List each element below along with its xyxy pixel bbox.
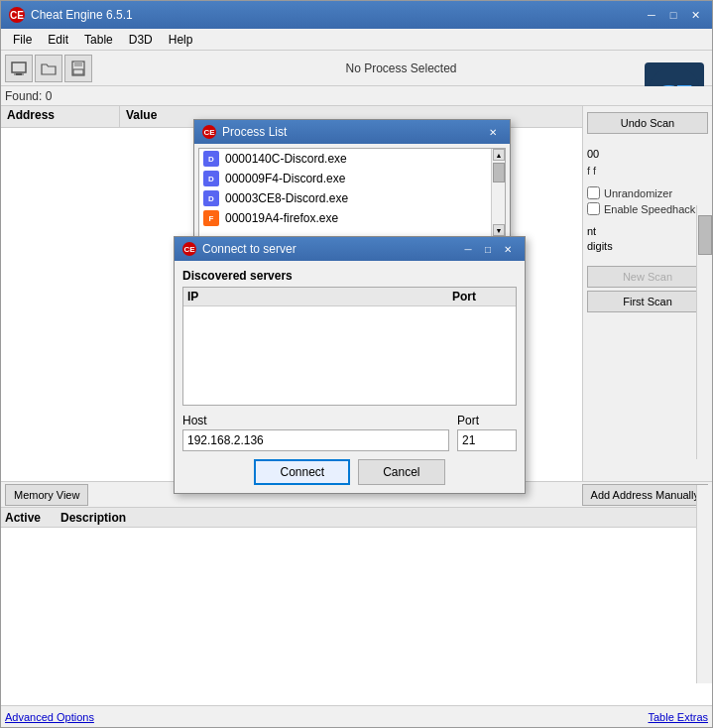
process-list-item[interactable]: D 000009F4-Discord.exe [199, 169, 505, 188]
status-bar: Advanced Options Table Extras [1, 705, 712, 727]
process-item-2: 000009F4-Discord.exe [225, 172, 345, 185]
advanced-options-link[interactable]: Advanced Options [5, 711, 94, 723]
connect-dialog-maximize[interactable]: □ [479, 241, 497, 257]
connect-dialog-close[interactable]: ✕ [499, 241, 517, 257]
discord-icon-2: D [203, 171, 219, 186]
right-controls: Undo Scan 00 f f Unrandomizer Enable Spe… [583, 106, 712, 481]
process-label: No Process Selected [94, 61, 708, 75]
process-list-item[interactable]: D 00003CE8-Discord.exe [199, 188, 505, 208]
connect-dialog-content: Discovered servers IP Port Host Port Con… [175, 261, 525, 493]
lower-right-scrollbar [696, 485, 712, 683]
title-controls: ─ □ ✕ [643, 7, 704, 23]
menu-edit[interactable]: Edit [40, 31, 76, 49]
svg-rect-0 [12, 62, 26, 72]
server-table-header: IP Port [183, 288, 516, 306]
process-dialog-title-left: CE Process List [202, 125, 287, 139]
value-header: Value [120, 106, 163, 127]
process-item-1: 0000140C-Discord.exe [225, 152, 347, 166]
save-button[interactable] [64, 55, 92, 82]
connect-buttons: Connect Cancel [182, 459, 517, 485]
scroll-down-btn[interactable]: ▼ [493, 224, 505, 236]
port-field: Port [457, 414, 517, 451]
port-column-header: Port [452, 290, 512, 303]
svg-rect-5 [73, 69, 83, 74]
firefox-icon: F [203, 210, 219, 226]
open-process-button[interactable] [5, 55, 33, 82]
process-list-item[interactable]: D 0000140C-Discord.exe [199, 149, 505, 169]
undo-scan-button[interactable]: Undo Scan [587, 112, 708, 134]
lower-content [1, 528, 712, 705]
connect-button[interactable]: Connect [254, 459, 350, 485]
title-bar-left: CE Cheat Engine 6.5.1 [9, 7, 133, 23]
connect-dialog-title-text: Connect to server [202, 242, 297, 256]
connect-dialog: CE Connect to server ─ □ ✕ Discovered se… [174, 236, 526, 494]
ff-display: f f [587, 165, 708, 177]
process-list-item[interactable]: F 000019A4-firefox.exe [199, 208, 505, 228]
close-button[interactable]: ✕ [686, 7, 704, 23]
scroll-up-btn[interactable]: ▲ [493, 149, 505, 161]
server-table: IP Port [182, 287, 517, 406]
speedhack-checkbox[interactable] [587, 202, 600, 215]
host-input[interactable] [182, 429, 449, 451]
connect-dialog-minimize[interactable]: ─ [459, 241, 477, 257]
scan-value-row: 00 [587, 148, 708, 160]
process-list-scrollbar: ▲ ▼ [491, 149, 505, 236]
save-icon [70, 61, 86, 76]
found-bar: Found: 0 [1, 86, 712, 106]
app-icon: CE [9, 7, 25, 23]
svg-rect-4 [74, 61, 82, 66]
connect-dialog-title-bar: CE Connect to server ─ □ ✕ [175, 237, 525, 261]
folder-icon [41, 61, 57, 76]
title-bar: CE Cheat Engine 6.5.1 ─ □ ✕ [1, 1, 712, 29]
discord-icon-1: D [203, 151, 219, 167]
description-header: Description [60, 511, 126, 525]
address-header: Address [1, 106, 120, 127]
process-item-3: 00003CE8-Discord.exe [225, 191, 348, 205]
menu-bar: File Edit Table D3D Help [1, 29, 712, 51]
host-label: Host [182, 414, 449, 427]
unrandomizer-row: Unrandomizer [587, 186, 708, 199]
table-extras-link[interactable]: Table Extras [648, 711, 708, 723]
connect-dialog-title-left: CE Connect to server [182, 242, 297, 256]
host-field: Host [182, 414, 449, 451]
maximize-button[interactable]: □ [664, 7, 682, 23]
menu-help[interactable]: Help [161, 31, 201, 49]
first-scan-button[interactable]: First Scan [587, 291, 708, 312]
right-scrollbar [696, 205, 712, 459]
unrandomizer-checkbox[interactable] [587, 186, 600, 199]
menu-d3d[interactable]: D3D [121, 31, 161, 49]
add-address-button[interactable]: Add Address Manually [582, 484, 708, 506]
scrollbar-thumb[interactable] [493, 163, 505, 182]
lower-header: Active Description [1, 508, 712, 528]
port-label: Port [457, 414, 517, 427]
process-dialog-close[interactable]: ✕ [484, 124, 502, 140]
app-title: Cheat Engine 6.5.1 [31, 8, 133, 22]
speedhack-row: Enable Speedhack [587, 202, 708, 215]
process-dialog-title-bar: CE Process List ✕ [194, 120, 510, 144]
open-file-button[interactable] [35, 55, 62, 82]
process-list-box[interactable]: D 0000140C-Discord.exe D 000009F4-Discor… [198, 148, 506, 237]
active-header: Active [5, 511, 41, 525]
digits-label: digits [587, 240, 708, 252]
minimize-button[interactable]: ─ [643, 7, 660, 23]
connect-dialog-icon: CE [182, 242, 196, 256]
menu-table[interactable]: Table [76, 31, 121, 49]
discord-icon-3: D [203, 190, 219, 206]
port-input[interactable] [457, 429, 517, 451]
menu-file[interactable]: File [5, 31, 40, 49]
value-display: 00 [587, 148, 599, 160]
discovered-servers-label: Discovered servers [182, 269, 517, 283]
computer-icon [11, 61, 27, 76]
connect-dialog-controls: ─ □ ✕ [459, 241, 517, 257]
right-scrollbar-thumb[interactable] [698, 215, 712, 255]
memory-view-button[interactable]: Memory View [5, 484, 88, 506]
speedhack-label: Enable Speedhack [604, 203, 695, 215]
lower-panel: Active Description [1, 507, 712, 705]
process-dialog-title-text: Process List [222, 125, 287, 139]
unrandomizer-label: Unrandomizer [604, 187, 672, 199]
toolbar: No Process Selected CE [1, 51, 712, 86]
new-scan-button[interactable]: New Scan [587, 266, 708, 288]
process-dialog-icon: CE [202, 125, 216, 139]
found-count: Found: 0 [5, 89, 52, 103]
cancel-button[interactable]: Cancel [358, 459, 444, 485]
